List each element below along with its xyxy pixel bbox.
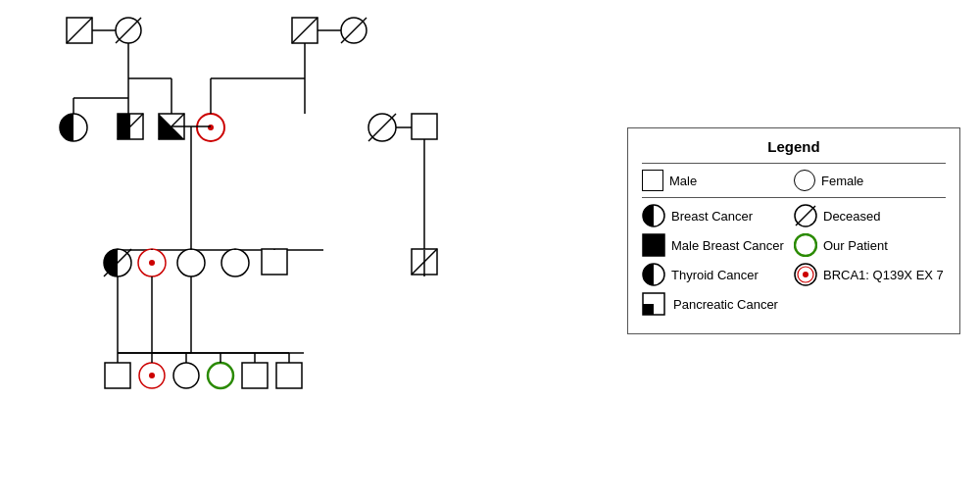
- legend-breast-cancer-col: Breast Cancer: [642, 204, 794, 227]
- svg-point-82: [803, 272, 808, 277]
- our-patient-icon: [794, 233, 817, 257]
- svg-point-45: [177, 249, 205, 276]
- svg-rect-78: [643, 234, 664, 256]
- legend-male-label: Male: [669, 174, 697, 188]
- legend-breast-cancer-label: Breast Cancer: [671, 209, 753, 224]
- legend-row-1: Breast Cancer Deceased: [642, 204, 946, 227]
- breast-cancer-icon: [642, 204, 665, 227]
- thyroid-cancer-icon: [642, 263, 665, 286]
- svg-rect-64: [242, 363, 268, 388]
- legend-box: Legend Male Female Breast Cancer Decease: [627, 127, 960, 334]
- legend-thyroid-col: Thyroid Cancer: [642, 263, 794, 286]
- legend-brca1-label: BRCA1: Q139X EX 7: [823, 268, 944, 282]
- legend-male-breast-label: Male Breast Cancer: [671, 238, 784, 253]
- legend-deceased-col: Deceased: [794, 204, 946, 227]
- female-symbol: [794, 170, 815, 191]
- legend-female-label: Female: [821, 174, 863, 188]
- svg-point-61: [149, 373, 155, 378]
- legend-male-breast-col: Male Breast Cancer: [642, 233, 794, 257]
- svg-rect-85: [643, 304, 654, 315]
- svg-rect-59: [105, 363, 130, 388]
- svg-rect-15: [118, 114, 130, 139]
- male-symbol: [642, 170, 663, 191]
- svg-point-18: [208, 125, 214, 130]
- svg-rect-47: [262, 249, 287, 275]
- svg-point-63: [208, 363, 233, 388]
- svg-point-79: [795, 234, 816, 256]
- svg-rect-65: [276, 363, 302, 388]
- legend-our-patient-col: Our Patient: [794, 233, 946, 257]
- legend-our-patient-label: Our Patient: [823, 238, 888, 253]
- legend-male-col: Male: [642, 170, 794, 191]
- svg-point-44: [149, 260, 155, 266]
- legend-female-col: Female: [794, 170, 946, 191]
- brca1-icon: [794, 263, 817, 286]
- svg-rect-24: [412, 114, 437, 139]
- male-breast-cancer-icon: [642, 233, 665, 257]
- pancreatic-cancer-icon: [642, 292, 665, 316]
- legend-row-3: Thyroid Cancer BRCA1: Q139X EX 7: [642, 263, 946, 286]
- svg-point-46: [221, 249, 249, 276]
- legend-row-4: Pancreatic Cancer: [642, 292, 946, 316]
- svg-point-62: [173, 363, 199, 388]
- legend-pancreatic-label: Pancreatic Cancer: [673, 297, 778, 312]
- legend-sex-row: Male Female: [642, 170, 946, 191]
- deceased-icon: [794, 204, 817, 227]
- legend-thyroid-label: Thyroid Cancer: [671, 268, 759, 282]
- legend-row-2: Male Breast Cancer Our Patient: [642, 233, 946, 257]
- legend-title: Legend: [642, 138, 946, 155]
- legend-deceased-label: Deceased: [823, 209, 881, 224]
- legend-brca1-col: BRCA1: Q139X EX 7: [794, 263, 946, 286]
